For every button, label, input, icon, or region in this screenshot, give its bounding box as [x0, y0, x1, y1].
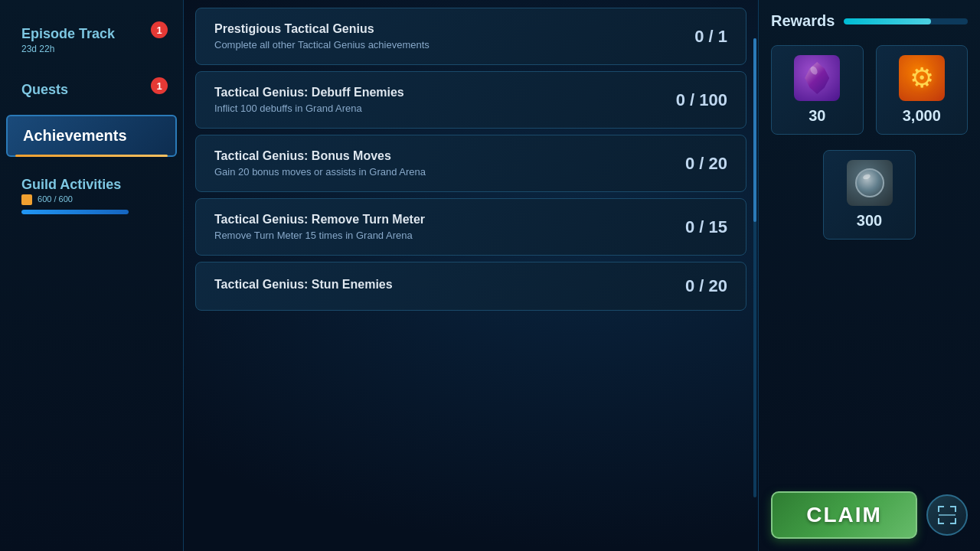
achievement-progress-2: 0 / 20	[651, 154, 727, 174]
sidebar-item-achievements[interactable]: Achievements	[6, 115, 177, 157]
svg-rect-5	[938, 518, 939, 524]
achievement-progress-3: 0 / 15	[651, 217, 727, 237]
crystal-shape	[805, 62, 829, 94]
achievement-title-2: Tactical Genius: Bonus Moves	[214, 149, 426, 163]
achievement-card-0: Prestigious Tactical Genius Complete all…	[195, 8, 746, 65]
reward-item-crystal: 30	[771, 45, 864, 135]
gear-count: 3,000	[903, 107, 941, 125]
guild-activities-title: Guild Activities	[21, 177, 162, 193]
spacer	[771, 252, 968, 491]
achievement-info-0: Prestigious Tactical Genius Complete all…	[214, 22, 430, 51]
episode-track-title: Episode Track	[21, 26, 162, 42]
sidebar-item-guild-activities[interactable]: Guild Activities 600 / 600	[6, 166, 177, 225]
guild-progress-bar	[21, 210, 129, 214]
shard-shape	[855, 168, 884, 197]
achievement-info-2: Tactical Genius: Bonus Moves Gain 20 bon…	[214, 149, 426, 178]
achievement-info-1: Tactical Genius: Debuff Enemies Inflict …	[214, 86, 404, 114]
shard-count: 300	[857, 212, 882, 230]
achievement-title-3: Tactical Genius: Remove Turn Meter	[214, 213, 425, 227]
achievement-desc-0: Complete all other Tactical Genius achie…	[214, 39, 430, 51]
sidebar-item-episode-track[interactable]: Episode Track 23d 22h 1	[6, 15, 177, 65]
rewards-progress-bar	[844, 18, 968, 24]
rewards-title: Rewards	[771, 12, 835, 30]
scroll-thumb	[753, 38, 756, 222]
episode-track-badge: 1	[151, 21, 168, 38]
sidebar-item-quests[interactable]: Quests 1	[6, 71, 177, 109]
scanner-svg	[936, 504, 959, 527]
achievement-title-1: Tactical Genius: Debuff Enemies	[214, 86, 404, 99]
achievement-card-2: Tactical Genius: Bonus Moves Gain 20 bon…	[195, 135, 746, 192]
claim-section: CLAIM	[771, 491, 968, 539]
achievement-desc-2: Gain 20 bonus moves or assists in Grand …	[214, 166, 426, 178]
shard-icon-container	[847, 160, 893, 206]
guild-progress-fill	[21, 210, 129, 214]
achievement-info-4: Tactical Genius: Stun Enemies	[214, 278, 393, 295]
achievement-card-3: Tactical Genius: Remove Turn Meter Remov…	[195, 198, 746, 256]
achievement-progress-1: 0 / 100	[651, 90, 727, 110]
achievement-card-1: Tactical Genius: Debuff Enemies Inflict …	[195, 71, 746, 129]
rewards-panel: Rewards 30 ⚙ 3,000	[758, 0, 980, 551]
svg-rect-8	[939, 514, 956, 516]
claim-button[interactable]: CLAIM	[771, 491, 917, 539]
achievement-title-4: Tactical Genius: Stun Enemies	[214, 278, 393, 292]
achievement-progress-0: 0 / 1	[651, 27, 727, 47]
achievement-info-3: Tactical Genius: Remove Turn Meter Remov…	[214, 213, 425, 241]
quests-badge: 1	[151, 77, 168, 94]
episode-track-subtitle: 23d 22h	[21, 44, 162, 54]
achievement-desc-3: Remove Turn Meter 15 times in Grand Aren…	[214, 230, 425, 241]
reward-item-gear: ⚙ 3,000	[876, 45, 969, 135]
reward-item-shard: 300	[823, 150, 916, 240]
svg-rect-1	[938, 506, 939, 512]
svg-rect-3	[955, 506, 956, 512]
guild-icon	[21, 194, 32, 205]
achievement-desc-1: Inflict 100 debuffs in Grand Arena	[214, 103, 404, 114]
scroll-indicator	[753, 38, 756, 497]
achievement-card-4: Tactical Genius: Stun Enemies 0 / 20	[195, 262, 746, 311]
sidebar: Episode Track 23d 22h 1 Quests 1 Achieve…	[0, 0, 184, 551]
rewards-grid: 30 ⚙ 3,000	[771, 45, 968, 135]
gear-icon-container: ⚙	[899, 55, 945, 101]
scanner-icon[interactable]	[926, 494, 968, 536]
achievement-title-0: Prestigious Tactical Genius	[214, 22, 430, 36]
rewards-progress-fill	[844, 18, 930, 24]
svg-rect-7	[955, 518, 956, 524]
crystal-icon-container	[794, 55, 840, 101]
achievement-progress-4: 0 / 20	[651, 276, 727, 296]
active-indicator	[15, 155, 168, 157]
guild-count: 600 / 600	[21, 194, 162, 205]
main-container: Episode Track 23d 22h 1 Quests 1 Achieve…	[0, 0, 980, 551]
rewards-header: Rewards	[771, 12, 968, 30]
gear-shape: ⚙	[910, 62, 934, 94]
achievements-title: Achievements	[23, 127, 160, 145]
quests-title: Quests	[21, 82, 162, 98]
crystal-count: 30	[808, 107, 825, 125]
achievements-list: Prestigious Tactical Genius Complete all…	[184, 0, 758, 551]
